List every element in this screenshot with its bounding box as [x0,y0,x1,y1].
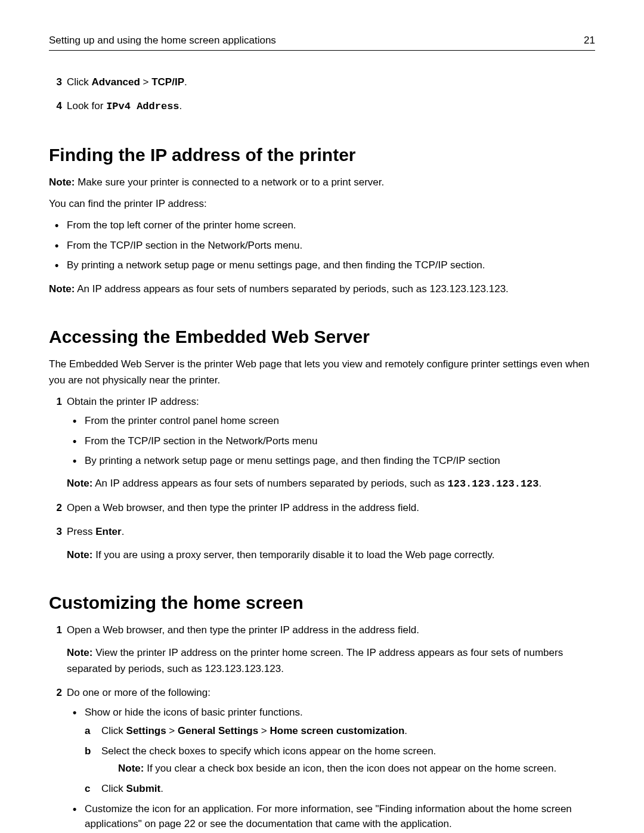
bold-tcpip: TCP/IP [151,76,184,88]
heading-finding-ip: Finding the IP address of the printer [49,145,595,165]
sub-note: Note: If you are using a proxy server, t… [67,547,595,563]
page-header: Setting up and using the home screen app… [49,35,595,51]
note-label: Note: [49,176,75,188]
list-item: From the TCP/IP section in the Network/P… [49,238,595,253]
alpha-list: a Click Settings > General Settings > Ho… [85,723,595,797]
text-post: . [122,526,125,537]
step-number: 3 [49,524,62,540]
alpha-label: a [85,723,97,739]
sub-bullets: From the printer control panel home scre… [67,413,595,469]
intro-line: You can find the printer IP address: [49,196,595,212]
mono-ipv4: IPv4 Address [106,101,179,112]
note-line: Note: Make sure your printer is connecte… [49,175,595,190]
heading-customizing-home: Customizing the home screen [49,593,595,613]
step-1: 1 Obtain the printer IP address: From th… [49,394,595,492]
gt: > [258,725,270,736]
alpha-label: c [85,781,97,797]
note-label: Note: [67,647,92,658]
step-2: 2 Open a Web browser, and then type the … [49,500,595,516]
text: Select the check boxes to specify which … [101,745,436,757]
intro-paragraph: The Embedded Web Server is the printer W… [49,357,595,388]
header-title: Setting up and using the home screen app… [49,35,276,47]
list-item: From the top left corner of the printer … [49,218,595,233]
page-number: 21 [584,35,595,47]
step-4: 4 Look for IPv4 Address. [49,98,595,114]
note-text: If you are using a proxy server, then te… [92,549,494,561]
bold-submit: Submit [126,783,161,794]
bold-settings: Settings [126,725,166,736]
text: Click [67,76,92,88]
alpha-b: b Select the check boxes to specify whic… [85,744,595,777]
note-post: . [539,478,542,489]
alpha-label: b [85,744,97,759]
text: Look for [67,100,106,112]
list-item: Show or hide the icons of basic printer … [67,705,595,797]
sub-note: Note: An IP address appears as four sets… [67,476,595,492]
note-text: If you clear a check box beside an icon,… [144,763,556,774]
note-text: An IP address appears as four sets of nu… [75,283,508,295]
text: Click [101,725,126,736]
bold-advanced: Advanced [92,76,140,88]
bullet-text: Show or hide the icons of basic printer … [85,707,303,718]
list-item: By printing a network setup page or menu… [67,453,595,469]
step-text: Do one or more of the following: [67,687,210,698]
step-number: 4 [49,98,62,114]
step-number: 3 [49,75,62,90]
step-number: 2 [49,500,62,516]
text-post: . [179,100,182,112]
sub-note: Note: View the printer IP address on the… [67,645,595,677]
note-label: Note: [67,478,92,489]
step-text: Open a Web browser, and then type the pr… [67,624,419,636]
step-text: Obtain the printer IP address: [67,396,199,407]
bullet-list: From the top left corner of the printer … [49,218,595,273]
note-line: Note: An IP address appears as four sets… [49,281,595,297]
text-gt: > [140,76,151,88]
alpha-a: a Click Settings > General Settings > Ho… [85,723,595,739]
bold-home-custom: Home screen customization [270,725,404,736]
step-3: 3 Press Enter. Note: If you are using a … [49,524,595,563]
continued-steps: 3 Click Advanced > TCP/IP. 4 Look for IP… [49,75,595,115]
step-1: 1 Open a Web browser, and then type the … [49,623,595,677]
post: . [160,783,163,794]
bold-enter: Enter [95,526,121,537]
bold-general: General Settings [178,725,258,736]
mono-ip: 123.123.123.123 [447,478,538,490]
note-label: Note: [67,549,92,561]
gt: > [166,725,178,736]
note-label: Note: [118,763,144,774]
list-item: From the TCP/IP section in the Network/P… [67,433,595,449]
note-text: Make sure your printer is connected to a… [75,176,384,188]
alpha-note: Note: If you clear a check box beside an… [101,761,595,776]
step-number: 1 [49,394,62,410]
text: Press [67,526,95,537]
post: . [404,725,407,736]
note-text: An IP address appears as four sets of nu… [92,478,447,489]
heading-embedded-web-server: Accessing the Embedded Web Server [49,327,595,347]
document-page: Setting up and using the home screen app… [0,0,644,833]
note-label: Note: [49,283,75,295]
ews-steps: 1 Obtain the printer IP address: From th… [49,394,595,563]
alpha-c: c Click Submit. [85,781,595,797]
step-number: 2 [49,685,62,701]
list-item: From the printer control panel home scre… [67,413,595,429]
step-3: 3 Click Advanced > TCP/IP. [49,75,595,90]
sub-bullets: Show or hide the icons of basic printer … [67,705,595,832]
step-text: Open a Web browser, and then type the pr… [67,502,419,513]
note-text: View the printer IP address on the print… [67,647,563,674]
customize-steps: 1 Open a Web browser, and then type the … [49,623,595,832]
text-post: . [184,76,187,88]
text: Click [101,783,126,794]
step-2: 2 Do one or more of the following: Show … [49,685,595,832]
list-item: Customize the icon for an application. F… [67,801,595,832]
list-item: By printing a network setup page or menu… [49,258,595,273]
step-number: 1 [49,623,62,638]
